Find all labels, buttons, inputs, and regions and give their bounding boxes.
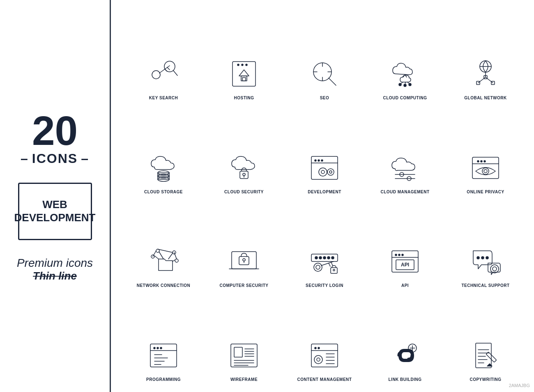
sidebar: 20 – ICONS – WEBDEVELOPMENT Premium icon…: [0, 0, 111, 392]
online-privacy-icon: [467, 149, 504, 186]
svg-line-70: [173, 260, 175, 261]
svg-line-5: [173, 71, 177, 76]
premium-label: Premium icons: [17, 257, 93, 270]
svg-rect-12: [242, 78, 246, 81]
svg-rect-76: [239, 257, 249, 265]
network-connection-icon: [145, 243, 182, 280]
list-item: DEVELOPMENT: [284, 106, 365, 196]
icon-label: SECURITY LOGIN: [306, 283, 343, 288]
icon-count: 20: [32, 110, 78, 151]
list-item: CONTENT MANAGEMENT: [284, 294, 365, 384]
thin-line-label: Thin line: [33, 270, 77, 282]
svg-point-45: [318, 160, 320, 161]
list-item: TECHNICAL SUPPORT: [445, 200, 526, 290]
cloud-security-icon: [226, 149, 262, 186]
svg-point-93: [395, 254, 397, 256]
svg-point-0: [152, 71, 160, 79]
svg-point-9: [246, 64, 247, 66]
bracket-title: WEBDEVELOPMENT: [14, 198, 96, 224]
svg-line-30: [478, 77, 486, 83]
svg-point-46: [321, 160, 323, 161]
svg-point-127: [317, 358, 320, 361]
svg-point-94: [398, 254, 400, 256]
list-item: LINK BUILDING: [365, 294, 445, 384]
svg-point-77: [243, 259, 245, 261]
global-network-icon: [467, 55, 504, 92]
svg-point-50: [327, 169, 334, 175]
svg-point-49: [321, 170, 325, 174]
svg-point-59: [484, 160, 486, 162]
list-item: CLOUD COMPUTING: [365, 12, 445, 102]
svg-point-107: [160, 347, 162, 349]
svg-line-25: [405, 82, 405, 85]
svg-point-4: [164, 61, 175, 72]
svg-point-81: [319, 257, 322, 259]
svg-point-103: [493, 267, 497, 271]
icon-label: KEY SEARCH: [149, 96, 178, 100]
svg-point-84: [331, 257, 334, 259]
svg-point-41: [243, 173, 245, 176]
svg-line-89: [329, 263, 330, 266]
icon-label: CLOUD MANAGEMENT: [380, 190, 429, 194]
svg-point-80: [315, 257, 318, 259]
link-building-icon: [387, 337, 424, 374]
icon-label: CONTENT MANAGEMENT: [297, 377, 352, 382]
icon-label: SEO: [320, 96, 329, 100]
svg-point-105: [154, 347, 155, 349]
icon-label: ONLINE PRIVACY: [467, 190, 504, 194]
svg-point-85: [314, 263, 322, 271]
svg-line-14: [329, 78, 336, 85]
technical-support-icon: [467, 243, 504, 280]
icon-label: COPYWRITING: [470, 377, 501, 382]
svg-line-68: [159, 252, 163, 259]
wireframe-icon: [226, 337, 262, 374]
svg-point-106: [157, 347, 159, 349]
main-content: KEY SEARCH HOSTING: [111, 0, 534, 392]
svg-point-82: [323, 257, 326, 259]
icon-grid: KEY SEARCH HOSTING: [123, 12, 526, 384]
svg-point-66: [175, 259, 178, 262]
icons-label: – ICONS –: [21, 151, 89, 166]
icon-label: CLOUD COMPUTING: [383, 96, 427, 100]
list-item: WIREFRAME: [204, 294, 284, 384]
icon-label: COMPUTER SECURITY: [219, 283, 268, 288]
svg-line-88: [331, 262, 333, 266]
list-item: CLOUD SECURITY: [204, 106, 284, 196]
list-item: CLOUD MANAGEMENT: [365, 106, 445, 196]
svg-point-58: [481, 160, 482, 162]
list-item: CLOUD STORAGE: [123, 106, 204, 196]
icon-label: GLOBAL NETWORK: [464, 96, 506, 100]
svg-line-72: [158, 249, 173, 252]
dash-left: –: [21, 151, 29, 166]
svg-point-99: [477, 257, 479, 259]
svg-point-126: [314, 355, 322, 364]
svg-point-51: [329, 171, 332, 173]
dash-right: –: [81, 151, 89, 166]
development-icon: [306, 149, 343, 186]
list-item: HOSTING: [204, 12, 284, 102]
icon-label: PROGRAMMING: [146, 377, 181, 382]
svg-point-7: [237, 64, 239, 66]
svg-line-31: [486, 77, 493, 83]
bracket-section: WEBDEVELOPMENT: [18, 183, 92, 240]
svg-point-123: [315, 347, 316, 349]
cloud-management-icon: [387, 149, 424, 186]
svg-point-91: [333, 269, 335, 271]
copywriting-icon: [467, 337, 504, 374]
content-management-icon: [306, 337, 343, 374]
svg-point-86: [316, 265, 320, 269]
list-item: SECURITY LOGIN: [284, 200, 365, 290]
svg-point-62: [484, 170, 487, 173]
svg-line-26: [407, 82, 410, 84]
svg-point-83: [327, 257, 330, 259]
svg-marker-10: [239, 70, 249, 76]
computer-security-icon: [226, 243, 262, 280]
svg-point-95: [402, 254, 403, 256]
svg-point-48: [319, 168, 327, 176]
svg-line-2: [167, 67, 170, 70]
svg-rect-114: [234, 347, 242, 357]
svg-point-57: [477, 160, 479, 162]
svg-rect-6: [232, 62, 255, 86]
list-item: API API: [365, 200, 445, 290]
svg-line-67: [154, 256, 159, 259]
